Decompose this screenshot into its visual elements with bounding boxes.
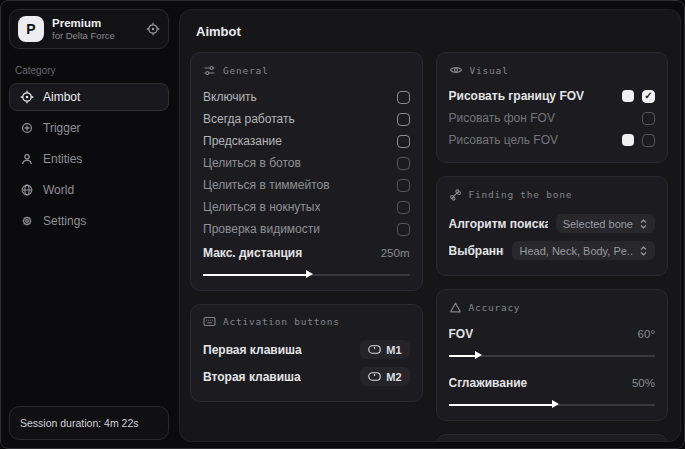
visual-row-fov-target: Рисовать цель FOV: [449, 129, 656, 151]
accuracy-header: Accuracy: [449, 301, 656, 314]
smoothing-value: 50%: [632, 377, 655, 389]
chevron-expand-icon: [639, 245, 648, 257]
sidebar-item-label: Aimbot: [43, 90, 80, 104]
general-header-label: General: [223, 65, 268, 76]
fov-group: FOV 60°: [449, 323, 656, 360]
visual-label: Рисовать цель FOV: [449, 133, 559, 147]
checkbox-always-work[interactable]: [397, 113, 410, 126]
checkbox-target-teammates[interactable]: [397, 179, 410, 192]
mouse-icon: [368, 372, 381, 381]
keybind-label: Вторая клавиша: [203, 370, 301, 384]
bone-algorithm-row: Алгоритм поиска кост Selected bone: [449, 210, 656, 237]
brand-title: Premium: [52, 17, 115, 29]
brand-card: P Premium for Delta Force: [9, 9, 169, 49]
checkbox-fov-target[interactable]: [642, 134, 655, 147]
mouse-icon: [368, 345, 381, 354]
session-duration-card: Session duration: 4m 22s: [9, 406, 169, 440]
fov-border-color-swatch[interactable]: [622, 90, 634, 102]
sidebar-item-world[interactable]: World: [9, 176, 169, 204]
checkbox-fov-background[interactable]: [642, 112, 655, 125]
bone-algorithm-select[interactable]: Selected bone: [556, 214, 655, 233]
max-distance-row: Макс. дистанция 250m: [203, 242, 410, 264]
general-header: General: [203, 64, 410, 77]
visual-controls: [622, 134, 655, 147]
keybind-value: M1: [386, 344, 401, 356]
eye-icon: [449, 64, 463, 76]
primary-keybind-button[interactable]: M1: [360, 340, 409, 359]
toggle-label: Целиться в нокнутых: [203, 200, 320, 214]
finding-bone-header-label: Finding the bone: [469, 189, 573, 200]
sidebar-item-trigger[interactable]: Trigger: [9, 114, 169, 142]
toggle-label: Проверка видимости: [203, 222, 320, 236]
slider-fill: [203, 274, 306, 276]
slider-fill: [449, 355, 476, 357]
slider-fill: [449, 404, 552, 406]
crosshair-icon: [20, 121, 34, 135]
toggle-row-visibility-check: Проверка видимости: [203, 218, 410, 240]
sidebar-item-entities[interactable]: Entities: [9, 145, 169, 173]
scope-settings-icon[interactable]: [146, 22, 160, 36]
left-column: General Включить Всегда работать Предска…: [190, 52, 423, 402]
toggle-row-enable: Включить: [203, 86, 410, 108]
selected-bones-label: Выбранные кос: [449, 244, 505, 258]
fov-row: FOV 60°: [449, 323, 656, 345]
toggle-label: Целиться в тиммейтов: [203, 178, 330, 192]
visual-row-fov-background: Рисовать фон FOV: [449, 107, 656, 129]
toggle-label: Всегда работать: [203, 112, 295, 126]
toggle-label: Целиться в ботов: [203, 156, 301, 170]
checkbox-target-bots[interactable]: [397, 157, 410, 170]
smoothing-slider[interactable]: [449, 400, 656, 409]
checkbox-visibility-check[interactable]: [397, 223, 410, 236]
sidebar-item-label: Entities: [43, 152, 82, 166]
brand-subtitle: for Delta Force: [52, 30, 115, 41]
scope-icon: [20, 90, 34, 104]
secondary-keybind-button[interactable]: M2: [360, 367, 409, 386]
keybind-label: Первая клавиша: [203, 343, 302, 357]
visual-card: Visual Рисовать границу FOV Рисовать фон…: [436, 52, 669, 163]
toggle-row-target-knocked: Целиться в нокнутых: [203, 196, 410, 218]
smoothing-group: Сглаживание 50%: [449, 372, 656, 409]
sidebar-item-settings[interactable]: Settings: [9, 207, 169, 235]
general-card: General Включить Всегда работать Предска…: [190, 52, 423, 291]
visual-row-fov-border: Рисовать границу FOV: [449, 85, 656, 107]
bone-algorithm-label: Алгоритм поиска кост: [449, 217, 548, 231]
smoothing-label: Сглаживание: [449, 376, 528, 390]
selected-bones-select[interactable]: Head, Neck, Body, Pe..: [512, 241, 655, 260]
select-value: Selected bone: [563, 218, 633, 230]
visual-header-label: Visual: [470, 65, 509, 76]
activation-buttons-card: Activation buttons Первая клавиша M1: [190, 304, 423, 402]
triangle-icon: [449, 301, 462, 314]
max-distance-value: 250m: [381, 247, 410, 259]
checkbox-fov-border[interactable]: [642, 90, 655, 103]
max-distance-label: Макс. дистанция: [203, 246, 302, 260]
max-distance-slider[interactable]: [203, 270, 410, 279]
accuracy-card: Accuracy FOV 60°: [436, 289, 669, 421]
page-title: Aimbot: [190, 16, 668, 52]
globe-icon: [20, 183, 34, 197]
visual-header: Visual: [449, 64, 656, 76]
bone-icon: [449, 188, 462, 201]
gear-icon: [20, 214, 34, 228]
sidebar-item-aimbot[interactable]: Aimbot: [9, 83, 169, 111]
category-label: Category: [15, 65, 163, 76]
chevron-expand-icon: [639, 218, 648, 230]
checkbox-prediction[interactable]: [397, 135, 410, 148]
toggle-row-target-bots: Целиться в ботов: [203, 152, 410, 174]
fov-value: 60°: [638, 328, 655, 340]
toggle-row-prediction: Предсказание: [203, 130, 410, 152]
brand-text: Premium for Delta Force: [52, 17, 115, 41]
selected-bones-row: Выбранные кос Head, Neck, Body, Pe..: [449, 237, 656, 264]
fov-target-color-swatch[interactable]: [622, 134, 634, 146]
keybind-value: M2: [386, 371, 401, 383]
visual-label: Рисовать фон FOV: [449, 111, 555, 125]
fov-slider[interactable]: [449, 351, 656, 360]
app-window: P Premium for Delta Force Category: [0, 0, 685, 449]
right-column: Visual Рисовать границу FOV Рисовать фон…: [436, 52, 669, 441]
keybind-row-primary: Первая клавиша M1: [203, 336, 410, 363]
toggle-row-always-work: Всегда работать: [203, 108, 410, 130]
select-value: Head, Neck, Body, Pe..: [519, 245, 633, 257]
checkbox-enable[interactable]: [397, 91, 410, 104]
checkbox-target-knocked[interactable]: [397, 201, 410, 214]
main-panel: Aimbot General: [179, 9, 681, 442]
fov-label: FOV: [449, 327, 474, 341]
